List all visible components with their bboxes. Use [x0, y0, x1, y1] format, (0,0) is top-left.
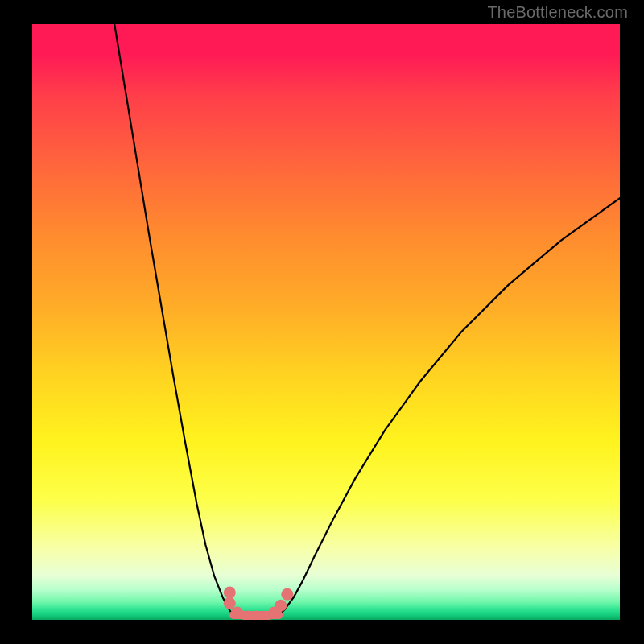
- minimum-marker: [275, 600, 287, 612]
- minimum-marker: [224, 597, 236, 609]
- watermark-text: TheBottleneck.com: [487, 3, 628, 22]
- chart-svg: [32, 24, 620, 620]
- chart-frame: TheBottleneck.com: [0, 0, 644, 644]
- minimum-marker: [231, 607, 243, 619]
- chart-plot-area: [32, 24, 620, 620]
- minimum-marker: [224, 586, 236, 598]
- curve-left-branch: [114, 24, 233, 615]
- curve-right-branch: [279, 198, 620, 615]
- minimum-marker: [281, 588, 293, 601]
- curve-group: [114, 24, 620, 615]
